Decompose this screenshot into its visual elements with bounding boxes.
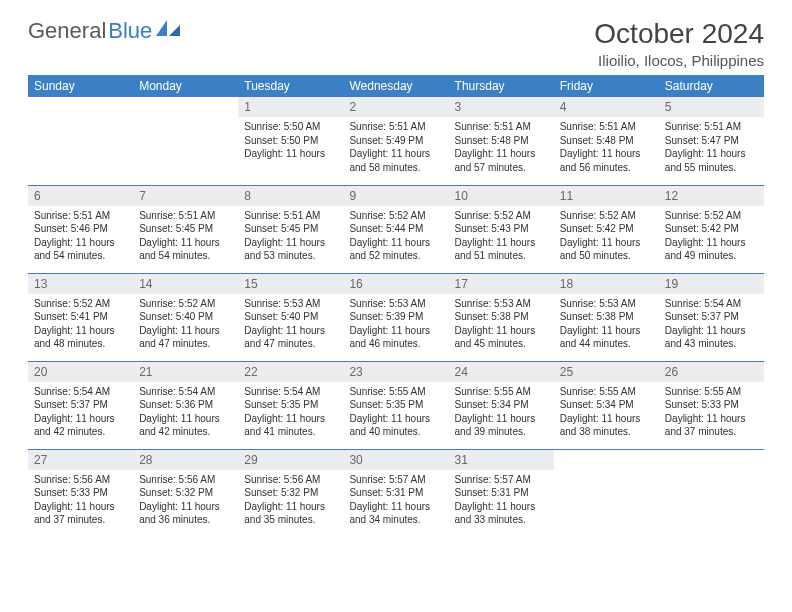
daylight-line: Daylight: 11 hours: [560, 413, 641, 424]
day-number: 16: [343, 274, 448, 294]
calendar-day-cell: ..: [659, 449, 764, 537]
sunset-line: Sunset: 5:47 PM: [665, 135, 739, 146]
day-number: 22: [238, 362, 343, 382]
sunset-line: Sunset: 5:32 PM: [244, 487, 318, 498]
calendar-day-cell: 13Sunrise: 5:52 AMSunset: 5:41 PMDayligh…: [28, 273, 133, 361]
day-details: Sunrise: 5:52 AMSunset: 5:44 PMDaylight:…: [343, 206, 448, 267]
calendar-week-row: 6Sunrise: 5:51 AMSunset: 5:46 PMDaylight…: [28, 185, 764, 273]
day-details: Sunrise: 5:50 AMSunset: 5:50 PMDaylight:…: [238, 117, 343, 165]
day-details: Sunrise: 5:56 AMSunset: 5:32 PMDaylight:…: [238, 470, 343, 531]
sunset-line: Sunset: 5:45 PM: [139, 223, 213, 234]
weekday-header: Friday: [554, 75, 659, 97]
day-number: 10: [449, 186, 554, 206]
day-number: 18: [554, 274, 659, 294]
sunset-line: Sunset: 5:42 PM: [560, 223, 634, 234]
day-details: Sunrise: 5:56 AMSunset: 5:33 PMDaylight:…: [28, 470, 133, 531]
calendar-day-cell: 26Sunrise: 5:55 AMSunset: 5:33 PMDayligh…: [659, 361, 764, 449]
sunrise-line: Sunrise: 5:51 AM: [139, 210, 215, 221]
day-number: 3: [449, 97, 554, 117]
day-details: Sunrise: 5:51 AMSunset: 5:47 PMDaylight:…: [659, 117, 764, 178]
calendar-day-cell: 14Sunrise: 5:52 AMSunset: 5:40 PMDayligh…: [133, 273, 238, 361]
day-number: 11: [554, 186, 659, 206]
calendar-day-cell: 11Sunrise: 5:52 AMSunset: 5:42 PMDayligh…: [554, 185, 659, 273]
sunset-line: Sunset: 5:40 PM: [139, 311, 213, 322]
daylight-line: Daylight: 11 hours: [665, 148, 746, 159]
daylight-line: Daylight: 11 hours: [455, 148, 536, 159]
calendar-day-cell: 16Sunrise: 5:53 AMSunset: 5:39 PMDayligh…: [343, 273, 448, 361]
daylight-minutes: and 46 minutes.: [349, 338, 420, 349]
daylight-line: Daylight: 11 hours: [34, 325, 115, 336]
day-number: 23: [343, 362, 448, 382]
daylight-minutes: and 33 minutes.: [455, 514, 526, 525]
daylight-line: Daylight: 11 hours: [455, 325, 536, 336]
sunset-line: Sunset: 5:48 PM: [560, 135, 634, 146]
daylight-minutes: and 37 minutes.: [34, 514, 105, 525]
daylight-line: Daylight: 11 hours: [349, 237, 430, 248]
day-number: 26: [659, 362, 764, 382]
daylight-minutes: and 36 minutes.: [139, 514, 210, 525]
calendar-day-cell: ..: [28, 97, 133, 185]
calendar-table: Sunday Monday Tuesday Wednesday Thursday…: [28, 75, 764, 537]
calendar-week-row: 27Sunrise: 5:56 AMSunset: 5:33 PMDayligh…: [28, 449, 764, 537]
day-details: Sunrise: 5:51 AMSunset: 5:48 PMDaylight:…: [554, 117, 659, 178]
sunset-line: Sunset: 5:41 PM: [34, 311, 108, 322]
daylight-minutes: and 42 minutes.: [139, 426, 210, 437]
daylight-line: Daylight: 11 hours: [34, 501, 115, 512]
sunset-line: Sunset: 5:50 PM: [244, 135, 318, 146]
daylight-line: Daylight: 11 hours: [244, 413, 325, 424]
daylight-minutes: and 54 minutes.: [139, 250, 210, 261]
day-details: Sunrise: 5:54 AMSunset: 5:35 PMDaylight:…: [238, 382, 343, 443]
sunrise-line: Sunrise: 5:56 AM: [34, 474, 110, 485]
calendar-day-cell: 6Sunrise: 5:51 AMSunset: 5:46 PMDaylight…: [28, 185, 133, 273]
calendar-day-cell: 9Sunrise: 5:52 AMSunset: 5:44 PMDaylight…: [343, 185, 448, 273]
daylight-line: Daylight: 11 hours: [244, 325, 325, 336]
svg-marker-0: [156, 20, 167, 36]
daylight-minutes: and 47 minutes.: [244, 338, 315, 349]
sunset-line: Sunset: 5:37 PM: [665, 311, 739, 322]
day-details: Sunrise: 5:51 AMSunset: 5:49 PMDaylight:…: [343, 117, 448, 178]
daylight-minutes: and 56 minutes.: [560, 162, 631, 173]
calendar-day-cell: 29Sunrise: 5:56 AMSunset: 5:32 PMDayligh…: [238, 449, 343, 537]
sunset-line: Sunset: 5:40 PM: [244, 311, 318, 322]
calendar-day-cell: 1Sunrise: 5:50 AMSunset: 5:50 PMDaylight…: [238, 97, 343, 185]
day-details: Sunrise: 5:53 AMSunset: 5:38 PMDaylight:…: [449, 294, 554, 355]
day-number: 6: [28, 186, 133, 206]
calendar-day-cell: 20Sunrise: 5:54 AMSunset: 5:37 PMDayligh…: [28, 361, 133, 449]
sunset-line: Sunset: 5:44 PM: [349, 223, 423, 234]
day-number: 7: [133, 186, 238, 206]
day-details: Sunrise: 5:53 AMSunset: 5:38 PMDaylight:…: [554, 294, 659, 355]
day-number: 12: [659, 186, 764, 206]
sunset-line: Sunset: 5:48 PM: [455, 135, 529, 146]
calendar-week-row: 20Sunrise: 5:54 AMSunset: 5:37 PMDayligh…: [28, 361, 764, 449]
sunset-line: Sunset: 5:35 PM: [244, 399, 318, 410]
daylight-line: Daylight: 11 hours: [560, 148, 641, 159]
day-number: 28: [133, 450, 238, 470]
header: GeneralBlue October 2024 Ilioilio, Iloco…: [28, 18, 764, 69]
weekday-header-row: Sunday Monday Tuesday Wednesday Thursday…: [28, 75, 764, 97]
daylight-minutes: and 41 minutes.: [244, 426, 315, 437]
daylight-minutes: and 43 minutes.: [665, 338, 736, 349]
page-title: October 2024: [594, 18, 764, 50]
weekday-header: Tuesday: [238, 75, 343, 97]
daylight-minutes: and 40 minutes.: [349, 426, 420, 437]
day-details: Sunrise: 5:51 AMSunset: 5:46 PMDaylight:…: [28, 206, 133, 267]
sunset-line: Sunset: 5:46 PM: [34, 223, 108, 234]
daylight-minutes: and 49 minutes.: [665, 250, 736, 261]
daylight-line: Daylight: 11 hours: [34, 413, 115, 424]
day-details: Sunrise: 5:55 AMSunset: 5:35 PMDaylight:…: [343, 382, 448, 443]
day-details: Sunrise: 5:54 AMSunset: 5:36 PMDaylight:…: [133, 382, 238, 443]
daylight-minutes: and 37 minutes.: [665, 426, 736, 437]
sunset-line: Sunset: 5:34 PM: [560, 399, 634, 410]
daylight-minutes: and 58 minutes.: [349, 162, 420, 173]
day-details: Sunrise: 5:54 AMSunset: 5:37 PMDaylight:…: [659, 294, 764, 355]
weekday-header: Thursday: [449, 75, 554, 97]
sunrise-line: Sunrise: 5:56 AM: [139, 474, 215, 485]
day-details: Sunrise: 5:53 AMSunset: 5:39 PMDaylight:…: [343, 294, 448, 355]
day-number: 30: [343, 450, 448, 470]
daylight-line: Daylight: 11 hours: [244, 148, 325, 159]
day-number: 15: [238, 274, 343, 294]
weekday-header: Saturday: [659, 75, 764, 97]
calendar-day-cell: 5Sunrise: 5:51 AMSunset: 5:47 PMDaylight…: [659, 97, 764, 185]
day-number: 5: [659, 97, 764, 117]
daylight-line: Daylight: 11 hours: [349, 148, 430, 159]
